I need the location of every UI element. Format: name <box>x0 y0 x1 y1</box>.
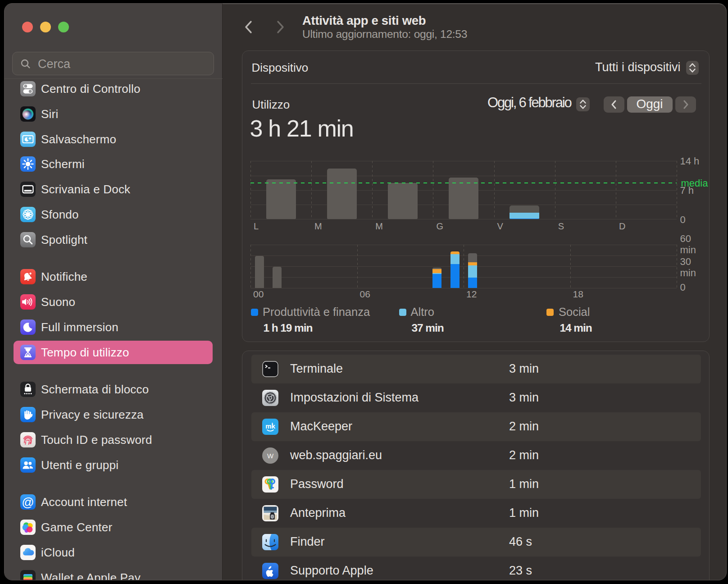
svg-text:@: @ <box>22 496 34 509</box>
svg-text:mk: mk <box>265 422 275 430</box>
svg-text:W: W <box>267 452 274 460</box>
